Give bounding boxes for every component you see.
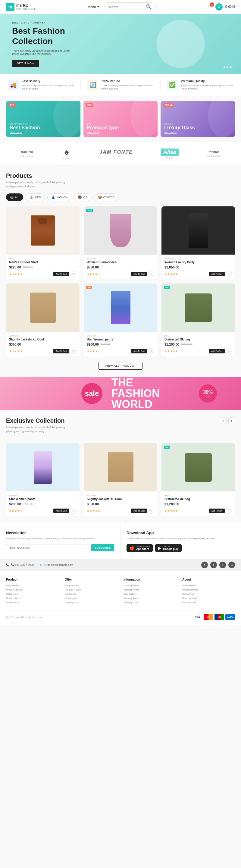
product-category-4: WOMEN [87, 335, 154, 337]
wishlist-btn-4[interactable]: ♡ [148, 348, 154, 354]
promo-shop-premium[interactable]: GET IT NOW [87, 131, 119, 133]
search-icon[interactable]: 🔍 [146, 4, 152, 10]
footer-link-0-4[interactable]: Delivery Cost [6, 601, 59, 604]
social-twitter[interactable]: t [210, 562, 217, 568]
tab-women[interactable]: 👗 WOMEN [47, 193, 71, 201]
logo[interactable]: m martup FASHION STORE [6, 3, 36, 11]
brand-natural-name: natural [21, 150, 33, 154]
product-stars-4: ★★★★☆ [87, 349, 100, 353]
social-pinterest[interactable]: p [219, 562, 226, 568]
footer-link-0-1[interactable]: Product House [6, 588, 59, 591]
promo-card-luxury[interactable]: FOR UK FOR UK Luxury Glass SET IT NOW [160, 101, 235, 137]
exclusive-add-cart-2[interactable]: Add To Cart [209, 508, 225, 513]
brand-stylish[interactable]: ♠ STYLISH [62, 147, 71, 160]
logo-text-block: martup FASHION STORE [16, 3, 36, 10]
wishlist-btn-5[interactable]: ♡ [226, 348, 232, 354]
wishlist-btn-3[interactable]: ♡ [70, 348, 77, 354]
hero-banner: BEST DEAL FOREVER Best Fashion Collectio… [0, 14, 241, 74]
footer-link-1-3[interactable]: Delivery Area [65, 597, 118, 599]
social-facebook[interactable]: f [201, 562, 208, 568]
promo-card-fashion[interactable]: OFF Up to 30% OFF Best Fashion GET IT NO… [6, 101, 81, 137]
add-to-cart-5[interactable]: Add To Cart [209, 349, 225, 353]
bag-image-2 [185, 453, 212, 482]
footer-col-offer: Offer Shop Newest Product House Categori… [65, 578, 118, 605]
footer-link-1-2[interactable]: Categories [65, 593, 118, 595]
hero-dot-3[interactable] [230, 66, 232, 68]
footer-link-2-0[interactable]: Most Needed [123, 584, 176, 587]
footer-link-3-4[interactable]: Delivery Cost [182, 601, 235, 604]
search-input[interactable] [108, 5, 144, 9]
hero-cta-button[interactable]: GET IT NOW [12, 60, 39, 67]
product-name-1: Women Summer deal [87, 260, 154, 264]
wishlist-icon-btn[interactable]: ♡ 2 [208, 4, 212, 10]
add-to-cart-4[interactable]: Add To Cart [131, 349, 147, 353]
footer-link-1-0[interactable]: Shop Newest [65, 584, 118, 587]
exclusive-add-cart-0[interactable]: Add To Cart [53, 508, 69, 513]
newsletter-subscribe-button[interactable]: SUBSCRIBE [91, 544, 114, 551]
brand-alisa[interactable]: Alisa BRAND [161, 149, 179, 159]
brand-jam[interactable]: JAM FONTE STYLISH [99, 149, 132, 158]
product-badge-1: 15% [86, 209, 93, 212]
tab-others[interactable]: 📦 OTHERS [94, 193, 119, 201]
promo-shop-fashion[interactable]: GET IT NOW [10, 131, 40, 133]
product-category-3: WOMEN [9, 335, 77, 337]
add-to-cart-1[interactable]: Add To Cart [131, 272, 147, 276]
app-store-button[interactable]: 🍎 Download on the App Store [126, 544, 153, 552]
footer-link-3-0[interactable]: Shop Newest [182, 584, 235, 587]
footer-link-3-1[interactable]: Product House [182, 588, 235, 591]
footer-col-offer-list: Shop Newest Product House Categories Del… [65, 584, 118, 604]
brand-natural[interactable]: natural KOLLIN USA [20, 150, 34, 157]
footer-link-2-4[interactable]: Delivery Cost [123, 601, 176, 604]
tab-men[interactable]: 👔 MEN [26, 193, 45, 201]
footer-link-1-1[interactable]: Product House [65, 588, 118, 591]
wishlist-btn-0[interactable]: ♡ [70, 271, 77, 277]
contact-email[interactable]: 📧 📧 demo@example.com [38, 563, 73, 566]
exclusive-name-1: Slightly Jackets XL Cool [87, 497, 154, 501]
social-google[interactable]: G [228, 562, 235, 568]
wishlist-btn-2[interactable]: ♡ [226, 271, 232, 277]
product-old-price-4: $245.00 [101, 343, 111, 346]
add-to-cart-2[interactable]: Add To Cart [209, 272, 225, 276]
newsletter-email-input[interactable] [6, 544, 89, 551]
product-img-bag [161, 283, 235, 332]
footer-link-2-1[interactable]: Product House [123, 588, 176, 591]
sale-title-line2: FASHION [112, 387, 160, 400]
promo-shop-luxury[interactable]: SET IT NOW [164, 131, 194, 133]
tab-kid[interactable]: 🐻 KID [74, 193, 92, 201]
footer-link-1-4[interactable]: Delivery Cost [65, 601, 118, 604]
add-to-cart-3[interactable]: Add To Cart [53, 349, 69, 353]
footer-link-0-0[interactable]: Shop Newest [6, 584, 59, 587]
promo-card-premium[interactable]: OFF OFF Premium type GET IT NOW [84, 101, 158, 137]
payment-visa: VISA [193, 614, 203, 620]
footer-link-2-2[interactable]: Categories [123, 593, 176, 595]
hero-dot-2[interactable] [227, 66, 229, 68]
view-all-button[interactable]: VIEW ALL PRODUCT [98, 362, 143, 370]
contact-phone[interactable]: 📞 📞 123 456 7 8900 [6, 563, 34, 566]
brand-iconic[interactable]: Iconic WORLDWIDE [207, 150, 221, 157]
footer-link-0-3[interactable]: Delivery Area [6, 597, 59, 599]
exclusive-add-cart-1[interactable]: Add To Cart [131, 508, 147, 513]
hero-dot-1[interactable] [223, 66, 225, 68]
exclusive-wishlist-0[interactable]: ♡ [70, 508, 77, 514]
wishlist-btn-1[interactable]: ♡ [148, 271, 154, 277]
exclusive-name-2: Distracted XL bag [164, 497, 232, 501]
exclusive-img-jacket [84, 443, 157, 491]
user-info[interactable]: U ID:0346 [215, 3, 235, 10]
product-info-4: WOMEN Star Women pants $200.00 $245.00 ★… [84, 332, 157, 356]
footer-link-3-2[interactable]: Categories [182, 593, 235, 595]
google-play-button[interactable]: ▶ Get it on Google play [155, 544, 182, 552]
product-prices-3: $350.00 [9, 343, 77, 346]
exclusive-next-button[interactable]: › [228, 417, 235, 424]
footer-link-2-3[interactable]: Delivery Area [123, 597, 176, 599]
exclusive-product-grid: WOMEN Star Women pants $200.00 $245.00 ★… [6, 443, 235, 516]
product-img-shirt [6, 206, 80, 255]
footer-link-3-3[interactable]: Delivery Guide [182, 597, 235, 599]
exclusive-prev-button[interactable]: ‹ [220, 417, 227, 424]
menu-dropdown[interactable]: Menu ▾ [88, 5, 99, 9]
footer-link-0-2[interactable]: Categories [6, 593, 59, 595]
exclusive-wishlist-2[interactable]: ♡ [226, 508, 232, 514]
exclusive-wishlist-1[interactable]: ♡ [148, 508, 154, 514]
tab-all[interactable]: 🛍 ALL [6, 193, 23, 201]
delivery-icon: 🚚 [8, 80, 19, 90]
add-to-cart-0[interactable]: Add To Cart [53, 272, 69, 276]
